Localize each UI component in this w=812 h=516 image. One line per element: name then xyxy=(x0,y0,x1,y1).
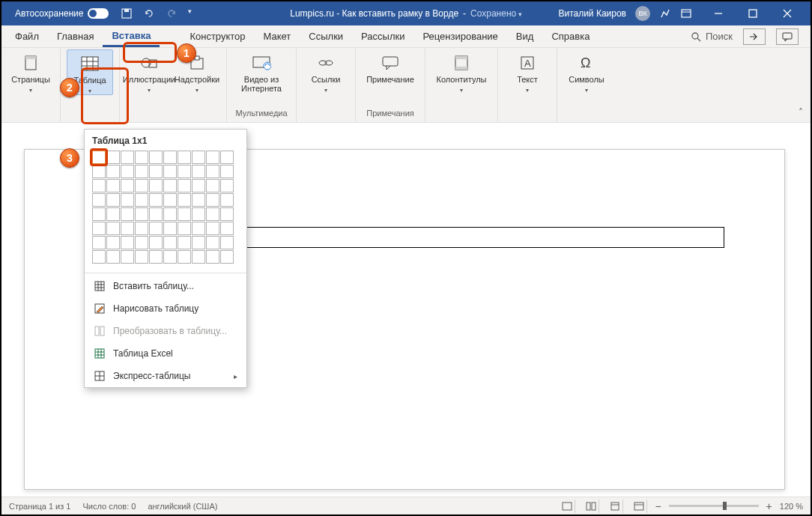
grid-cell[interactable] xyxy=(192,250,205,264)
grid-cell[interactable] xyxy=(192,222,205,235)
grid-cell[interactable] xyxy=(135,179,148,192)
print-layout-icon[interactable] xyxy=(607,500,623,513)
grid-cell[interactable] xyxy=(92,222,106,235)
language-indicator[interactable]: английский (США) xyxy=(148,502,217,511)
headerfooter-button[interactable]: Колонтитулы ▾ xyxy=(431,49,491,94)
grid-cell[interactable] xyxy=(206,236,219,249)
tab-mailings[interactable]: Рассылки xyxy=(352,25,413,47)
ribbon-display-icon[interactable] xyxy=(680,7,692,19)
grid-cell[interactable] xyxy=(121,250,134,264)
collapse-ribbon-icon[interactable]: ˄ xyxy=(799,107,803,118)
illustrations-button[interactable]: Иллюстрации ▾ xyxy=(126,49,172,94)
grid-cell[interactable] xyxy=(206,179,219,192)
grid-cell[interactable] xyxy=(163,222,177,235)
tab-help[interactable]: Справка xyxy=(542,25,599,47)
grid-cell[interactable] xyxy=(149,250,163,264)
grid-cell[interactable] xyxy=(121,165,134,178)
grid-cell[interactable] xyxy=(163,236,177,249)
grid-cell[interactable] xyxy=(220,165,234,178)
zoom-in-button[interactable]: + xyxy=(766,500,772,512)
zoom-level[interactable]: 120 % xyxy=(780,502,803,511)
grid-cell[interactable] xyxy=(92,165,106,178)
grid-cell[interactable] xyxy=(163,151,177,164)
grid-cell[interactable] xyxy=(92,250,106,264)
autosave-toggle[interactable]: Автосохранение xyxy=(15,8,109,19)
grid-cell[interactable] xyxy=(220,222,234,235)
grid-cell[interactable] xyxy=(206,193,219,207)
quick-tables-item[interactable]: Экспресс-таблицы ▸ xyxy=(85,365,246,387)
grid-cell[interactable] xyxy=(178,151,191,164)
grid-cell[interactable] xyxy=(135,222,148,235)
grid-cell[interactable] xyxy=(192,207,205,221)
grid-cell[interactable] xyxy=(106,222,120,235)
grid-cell[interactable] xyxy=(121,236,134,249)
grid-cell[interactable] xyxy=(149,151,163,164)
tab-design[interactable]: Конструктор xyxy=(160,25,254,47)
grid-cell[interactable] xyxy=(178,193,191,207)
focus-mode-icon[interactable] xyxy=(559,500,575,513)
grid-cell[interactable] xyxy=(178,207,191,221)
zoom-slider[interactable] xyxy=(669,505,759,507)
tab-view[interactable]: Вид xyxy=(507,25,543,47)
grid-cell[interactable] xyxy=(192,236,205,249)
saved-status[interactable]: Сохранено xyxy=(470,8,522,19)
grid-cell[interactable] xyxy=(149,236,163,249)
grid-cell[interactable] xyxy=(149,165,163,178)
coming-soon-icon[interactable] xyxy=(659,7,671,19)
grid-cell[interactable] xyxy=(220,250,234,264)
maximize-button[interactable] xyxy=(736,1,770,25)
grid-cell[interactable] xyxy=(92,151,106,164)
grid-cell[interactable] xyxy=(92,193,106,207)
tab-review[interactable]: Рецензирование xyxy=(413,25,506,47)
grid-cell[interactable] xyxy=(135,151,148,164)
draw-table-item[interactable]: Нарисовать таблицу xyxy=(85,297,246,320)
grid-cell[interactable] xyxy=(163,165,177,178)
tab-file[interactable]: Файл xyxy=(6,25,48,47)
qat-dropdown-icon[interactable]: ▾ xyxy=(188,7,200,19)
insert-table-item[interactable]: Вставить таблицу... xyxy=(85,275,246,297)
grid-cell[interactable] xyxy=(206,151,219,164)
tab-layout[interactable]: Макет xyxy=(255,25,300,47)
grid-cell[interactable] xyxy=(163,250,177,264)
pages-button[interactable]: Страницы ▾ xyxy=(7,49,54,94)
grid-cell[interactable] xyxy=(206,250,219,264)
toggle-switch-icon[interactable] xyxy=(88,8,109,19)
grid-cell[interactable] xyxy=(121,222,134,235)
table-size-grid[interactable] xyxy=(85,151,246,271)
grid-cell[interactable] xyxy=(192,165,205,178)
share-button[interactable] xyxy=(743,28,766,45)
grid-cell[interactable] xyxy=(135,165,148,178)
save-icon[interactable] xyxy=(121,7,133,19)
grid-cell[interactable] xyxy=(92,207,106,221)
grid-cell[interactable] xyxy=(206,165,219,178)
grid-cell[interactable] xyxy=(192,193,205,207)
grid-cell[interactable] xyxy=(163,207,177,221)
grid-cell[interactable] xyxy=(135,207,148,221)
online-video-button[interactable]: Видео из Интернета xyxy=(233,49,290,93)
tab-references[interactable]: Ссылки xyxy=(300,25,352,47)
word-count[interactable]: Число слов: 0 xyxy=(82,502,136,511)
grid-cell[interactable] xyxy=(149,207,163,221)
comments-button[interactable] xyxy=(776,28,799,45)
grid-cell[interactable] xyxy=(163,179,177,192)
grid-cell[interactable] xyxy=(178,179,191,192)
avatar[interactable]: ВК xyxy=(635,6,650,21)
grid-cell[interactable] xyxy=(121,151,134,164)
tab-home[interactable]: Главная xyxy=(48,25,103,47)
grid-cell[interactable] xyxy=(92,179,106,192)
symbols-button[interactable]: Ω Символы ▾ xyxy=(563,49,610,94)
page-indicator[interactable]: Страница 1 из 1 xyxy=(9,502,70,511)
read-mode-icon[interactable] xyxy=(583,500,599,513)
grid-cell[interactable] xyxy=(149,222,163,235)
web-layout-icon[interactable] xyxy=(631,500,647,513)
grid-cell[interactable] xyxy=(106,165,120,178)
links-button[interactable]: Ссылки ▾ xyxy=(303,49,349,94)
grid-cell[interactable] xyxy=(106,250,120,264)
grid-cell[interactable] xyxy=(163,193,177,207)
grid-cell[interactable] xyxy=(106,179,120,192)
grid-cell[interactable] xyxy=(220,193,234,207)
grid-cell[interactable] xyxy=(206,222,219,235)
grid-cell[interactable] xyxy=(121,193,134,207)
grid-cell[interactable] xyxy=(206,207,219,221)
grid-cell[interactable] xyxy=(178,222,191,235)
